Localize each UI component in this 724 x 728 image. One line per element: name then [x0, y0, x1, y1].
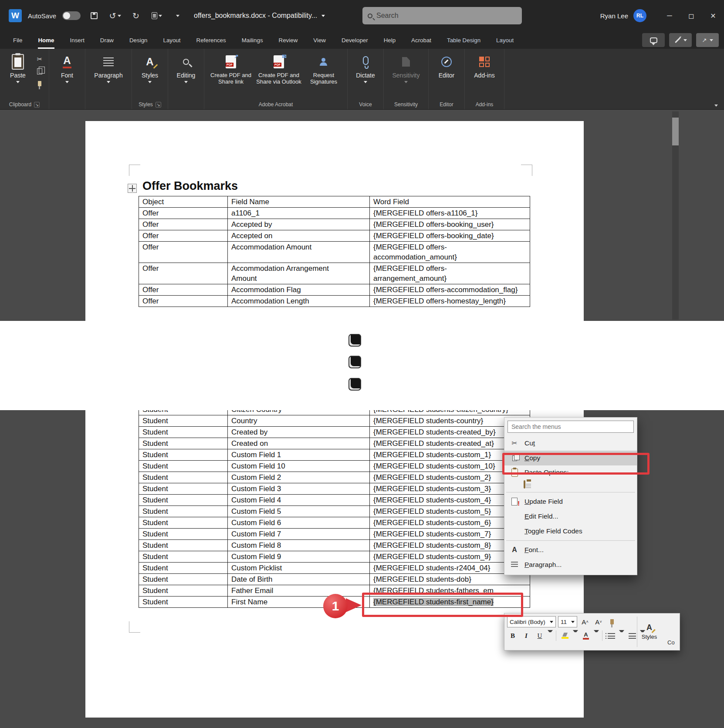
object-cell[interactable]: Student — [139, 410, 228, 415]
add-ins-button[interactable]: Add-ins — [468, 52, 501, 79]
maximize-button[interactable]: ◻ — [680, 7, 702, 24]
menu-item-cut[interactable]: ✂ Cut — [504, 436, 637, 451]
object-cell[interactable]: Offer — [139, 242, 228, 263]
word-field-cell[interactable]: {MERGEFIELD offers-booking_user} — [370, 219, 530, 230]
menu-item-edit-field[interactable]: Edit Field... — [504, 509, 637, 524]
bold-button[interactable]: B — [507, 630, 518, 641]
field-name-cell[interactable]: Father Email — [228, 585, 370, 597]
styles-dialog-launcher[interactable]: ↘ — [156, 102, 161, 108]
column-header[interactable]: Field Name — [228, 196, 370, 208]
paragraph-menu-button[interactable]: Paragraph — [89, 52, 128, 83]
ribbon-tab[interactable]: Draw — [100, 31, 114, 49]
object-cell[interactable]: Student — [139, 449, 228, 461]
cut-button[interactable]: ✂ — [34, 54, 45, 64]
paste-button[interactable]: Paste — [3, 52, 32, 83]
ribbon-tab[interactable]: Acrobat — [411, 31, 431, 49]
object-cell[interactable]: Student — [139, 427, 228, 438]
field-name-cell[interactable]: Accommodation Length — [228, 296, 370, 307]
field-name-cell[interactable]: Accommodation Flag — [228, 284, 370, 296]
create-pdf-outlook-button[interactable]: PDF✉ Create PDF and Share via Outlook — [256, 52, 302, 85]
request-signatures-button[interactable]: Request Signatures — [304, 52, 344, 85]
field-name-cell[interactable]: Custom Field 9 — [228, 551, 370, 563]
word-field-cell[interactable]: {MERGEFIELD offers-accommodation_flag} — [370, 284, 530, 296]
object-cell[interactable]: Student — [139, 438, 228, 449]
ribbon-tab[interactable]: Table Design — [447, 31, 480, 49]
sensitivity-button[interactable]: Sensitivity — [387, 52, 425, 83]
object-cell[interactable]: Offer — [139, 208, 228, 219]
ribbon-tab[interactable]: File — [13, 31, 22, 49]
field-name-cell[interactable]: Custom Field 10 — [228, 461, 370, 472]
clipboard-dialog-launcher[interactable]: ↘ — [34, 102, 40, 108]
object-cell[interactable]: Offer — [139, 263, 228, 284]
object-cell[interactable]: Student — [139, 585, 228, 597]
numbered-list-button[interactable] — [626, 630, 638, 641]
field-name-cell[interactable]: Custom Field 3 — [228, 483, 370, 495]
object-cell[interactable]: Offer — [139, 284, 228, 296]
comments-button[interactable] — [642, 33, 665, 47]
word-field-cell[interactable]: {MERGEFIELD students-dob} — [370, 574, 530, 585]
object-cell[interactable]: Student — [139, 495, 228, 506]
share-button[interactable]: ↗ — [696, 33, 719, 47]
object-cell[interactable]: Student — [139, 597, 228, 608]
field-name-cell[interactable]: a1106_1 — [228, 208, 370, 219]
field-name-cell[interactable]: Custom Field 8 — [228, 540, 370, 551]
highlight-color-button[interactable] — [559, 630, 571, 641]
redo-button[interactable]: ↻ — [129, 8, 143, 23]
ribbon-tab[interactable]: Help — [384, 31, 396, 49]
create-pdf-share-link-button[interactable]: PDF↗ Create PDF and Share link — [208, 52, 254, 85]
format-painter-button[interactable] — [34, 78, 45, 89]
ribbon-tab[interactable]: Layout — [496, 31, 514, 49]
font-menu-button[interactable]: A Font — [53, 52, 81, 83]
object-cell[interactable]: Student — [139, 415, 228, 427]
document-title[interactable]: offers_bookmarks.docx - Compatibility... — [194, 0, 325, 31]
field-name-cell[interactable]: Custom Field 7 — [228, 529, 370, 540]
quick-access-doc-button[interactable] — [149, 8, 164, 23]
menu-item-font[interactable]: A Font... — [504, 543, 637, 557]
menu-item-toggle-field-codes[interactable]: Toggle Field Codes — [504, 524, 637, 539]
field-name-cell[interactable]: Custom Field 4 — [228, 495, 370, 506]
collapse-ribbon-button[interactable] — [714, 104, 718, 107]
field-name-cell[interactable]: Custom Field 6 — [228, 517, 370, 529]
editing-mode-button[interactable] — [669, 33, 692, 47]
ribbon-tab[interactable]: Home — [38, 31, 54, 49]
editor-button[interactable]: Editor — [432, 52, 461, 79]
word-field-cell[interactable]: {MERGEFIELD offers-homestay_length} — [370, 296, 530, 307]
grow-font-button[interactable]: A˄ — [579, 616, 591, 627]
field-name-cell[interactable]: Accepted by — [228, 219, 370, 230]
document-heading[interactable]: Offer Bookmarks — [142, 179, 238, 193]
ribbon-tab[interactable]: Insert — [70, 31, 85, 49]
page[interactable]: Offer Bookmarks Object Field Name Word F… — [85, 121, 584, 321]
object-cell[interactable]: Student — [139, 461, 228, 472]
save-button[interactable] — [87, 8, 101, 23]
field-name-cell[interactable]: Custom Field 1 — [228, 449, 370, 461]
menu-search-input[interactable] — [507, 421, 634, 433]
close-button[interactable]: ✕ — [702, 7, 724, 24]
object-cell[interactable]: Student — [139, 506, 228, 517]
object-cell[interactable]: Student — [139, 540, 228, 551]
underline-button[interactable]: U — [534, 630, 545, 641]
object-cell[interactable]: Student — [139, 563, 228, 574]
shrink-font-button[interactable]: A˅ — [593, 616, 604, 627]
search-input[interactable] — [376, 12, 517, 20]
word-field-cell[interactable]: {MERGEFIELD offers-a1106_1} — [370, 208, 530, 219]
field-name-cell[interactable]: Created by — [228, 427, 370, 438]
ribbon-tab[interactable]: View — [313, 31, 326, 49]
customize-quick-access-button[interactable] — [170, 8, 185, 23]
scrollbar-thumb[interactable] — [672, 118, 679, 145]
field-name-cell[interactable]: Custom Picklist — [228, 563, 370, 574]
column-header[interactable]: Object — [139, 196, 228, 208]
highlight-dropdown[interactable] — [573, 630, 578, 641]
avatar[interactable]: RL — [633, 9, 646, 22]
copy-button[interactable] — [34, 66, 45, 77]
field-name-cell[interactable]: Accepted on — [228, 230, 370, 242]
object-cell[interactable]: Student — [139, 574, 228, 585]
field-name-cell[interactable]: Accommodation Amount — [228, 242, 370, 263]
ribbon-tab[interactable]: Developer — [342, 31, 368, 49]
field-name-cell[interactable]: Accommodation Arrangement Amount — [228, 263, 370, 284]
font-color-dropdown[interactable] — [594, 630, 599, 641]
object-cell[interactable]: Offer — [139, 296, 228, 307]
editing-menu-button[interactable]: Editing — [172, 52, 200, 83]
table-move-handle[interactable] — [128, 184, 137, 193]
field-name-cell[interactable]: Citizen Country — [228, 410, 370, 415]
field-name-cell[interactable]: Date of Birth — [228, 574, 370, 585]
